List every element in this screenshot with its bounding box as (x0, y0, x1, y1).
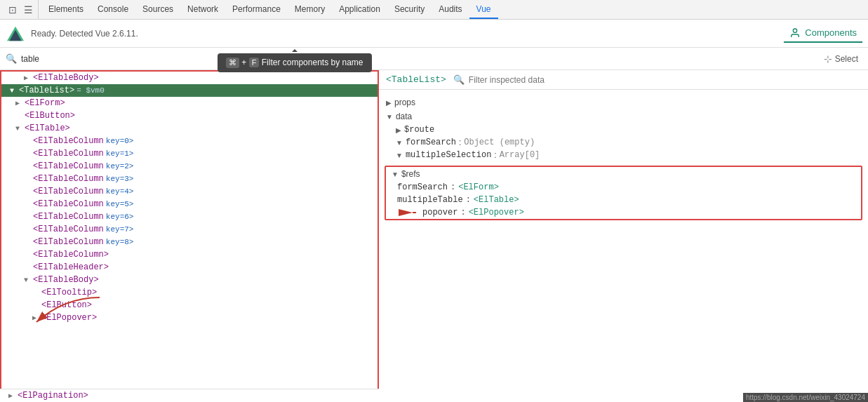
tag-name: <ElTableColumn (33, 187, 104, 196)
attr-text: key=3> (106, 175, 134, 183)
attr-text: key=4> (106, 187, 134, 196)
ref-value: <ElTable> (474, 195, 519, 205)
svg-marker-4 (399, 209, 413, 216)
inspector-header: <TableList> 🔍 (379, 70, 868, 90)
cursor-icon: ⊹ (824, 53, 832, 65)
refs-section-header[interactable]: ▼ $refs (386, 167, 861, 181)
prop-row-route: ▶ $route (379, 123, 868, 136)
filter-inspected-input[interactable] (469, 75, 861, 85)
list-item[interactable]: <ElTableColumn> (1, 248, 378, 261)
props-expand-arrow: ▶ (386, 99, 392, 107)
prop-expand-arrow: ▼ (396, 139, 403, 147)
list-item[interactable]: <ElTableColumn key=5> (1, 198, 378, 210)
data-section-label: data (396, 112, 412, 121)
tab-memory[interactable]: Memory (288, 0, 332, 19)
list-item-tablelist[interactable]: ▼ <TableList> = $vm0 (1, 84, 378, 97)
ref-prop-formsearch: formSearch : <ElForm> (386, 181, 861, 194)
popover-arrow-indicator (397, 208, 417, 217)
expand-arrow: ▶ (32, 314, 39, 322)
list-item[interactable]: <ElButton> (1, 109, 378, 122)
tag-name: <ElTableColumn (33, 161, 104, 171)
tab-elements[interactable]: Elements (41, 0, 91, 19)
ref-name: multipleTable (397, 195, 463, 205)
tag-name: <ElTableBody> (33, 73, 99, 83)
select-label: Select (835, 54, 858, 64)
list-item[interactable]: <ElTableColumn key=8> (1, 236, 378, 248)
list-item[interactable]: <ElTooltip> (1, 286, 378, 299)
tab-console[interactable]: Console (91, 0, 135, 19)
list-item[interactable]: <ElButton> (1, 299, 378, 311)
tab-vue[interactable]: Vue (469, 0, 498, 19)
tag-name: <ElButton> (41, 300, 92, 310)
ref-value: <ElForm> (458, 182, 499, 192)
expand-arrow: ▼ (10, 87, 17, 95)
refs-expand-arrow: ▼ (392, 170, 399, 178)
tab-application[interactable]: Application (332, 0, 387, 19)
tag-name: <TableList> (19, 86, 74, 95)
props-section-label: props (394, 98, 415, 107)
data-section-header[interactable]: ▼ data (379, 109, 868, 123)
inspected-component-tag: <TableList> (386, 74, 446, 85)
attr-text: key=7> (106, 225, 134, 234)
list-item-elpagination[interactable]: ▶ <ElPagination> (0, 389, 379, 402)
expand-arrow: ▶ (8, 391, 15, 400)
ref-prop-popover: popover : <ElPopover> (386, 206, 861, 219)
list-item[interactable]: <ElTableColumn key=6> (1, 210, 378, 223)
prop-name: multipleSelection (406, 150, 491, 160)
components-label: Components (805, 27, 857, 38)
prop-colon: : (450, 182, 455, 192)
status-bar: https://blog.csdn.net/weixin_43024724 (743, 393, 868, 402)
list-item[interactable]: <ElTableColumn key=4> (1, 185, 378, 198)
expand-arrow: ▼ (24, 276, 31, 284)
data-expand-arrow: ▼ (386, 113, 393, 121)
prop-colon: : (466, 195, 471, 205)
list-item[interactable]: <ElTableColumn key=3> (1, 173, 378, 185)
list-item[interactable]: <ElTableColumn key=0> (1, 135, 378, 147)
ref-value: <ElPopover> (469, 208, 524, 217)
tag-name: <ElTableColumn (33, 136, 104, 146)
search-icon: 🔍 (6, 53, 17, 64)
inspect-icon[interactable]: ⊡ (7, 4, 18, 15)
ready-text: Ready. Detected Vue 2.6.11. (31, 29, 138, 39)
prop-row-multipleselection: ▼ multipleSelection : Array[0] (379, 149, 868, 161)
list-item-elpopover[interactable]: ▶ <ElPopover> (1, 311, 378, 324)
device-icon[interactable]: ☰ (22, 4, 34, 15)
props-section-header[interactable]: ▶ props (379, 95, 868, 109)
tab-performance[interactable]: Performance (225, 0, 288, 19)
ref-prop-multipletable: multipleTable : <ElTable> (386, 194, 861, 206)
tag-name: <ElPopover> (41, 313, 97, 323)
tag-name: <ElTableColumn (33, 199, 104, 209)
list-item[interactable]: ▼ <ElTableBody> (1, 274, 378, 286)
refs-section-label: $refs (401, 169, 420, 179)
list-item[interactable]: ▶ <ElTableBody> (1, 72, 378, 84)
ref-name: formSearch (397, 182, 448, 192)
list-item[interactable]: <ElTableColumn key=7> (1, 223, 378, 236)
select-button[interactable]: ⊹ Select (820, 52, 862, 66)
attr-text: key=0> (106, 137, 134, 145)
kbd-f: F (249, 58, 260, 67)
attr-text: = $vm0 (76, 86, 105, 95)
tab-security[interactable]: Security (387, 0, 432, 19)
prop-value: Object (empty) (464, 138, 535, 147)
tab-audits[interactable]: Audits (432, 0, 469, 19)
list-item[interactable]: ▼ <ElTable> (1, 122, 378, 135)
components-button[interactable]: Components (784, 25, 862, 43)
attr-text: key=6> (106, 213, 134, 221)
prop-expand-arrow: ▼ (396, 152, 403, 159)
tab-sources[interactable]: Sources (135, 0, 180, 19)
prop-value: Array[0] (500, 150, 540, 160)
tag-name: <ElTableColumn (33, 174, 104, 184)
list-item[interactable]: <ElTableHeader> (1, 261, 378, 274)
prop-name: $route (404, 125, 434, 135)
prop-expand-arrow: ▶ (396, 126, 401, 134)
list-item[interactable]: <ElTableColumn key=1> (1, 147, 378, 160)
tag-name: <ElTooltip> (41, 288, 97, 297)
tag-name: <ElTableBody> (33, 275, 99, 285)
tab-network[interactable]: Network (180, 0, 225, 19)
expand-arrow: ▼ (15, 125, 22, 133)
list-item[interactable]: ▶ <ElForm> (1, 97, 378, 109)
prop-row-formsearch: ▼ formSearch : Object (empty) (379, 136, 868, 149)
list-item[interactable]: <ElTableColumn key=2> (1, 160, 378, 173)
expand-arrow: ▶ (24, 74, 31, 82)
tag-name: <ElTableColumn (33, 237, 104, 247)
